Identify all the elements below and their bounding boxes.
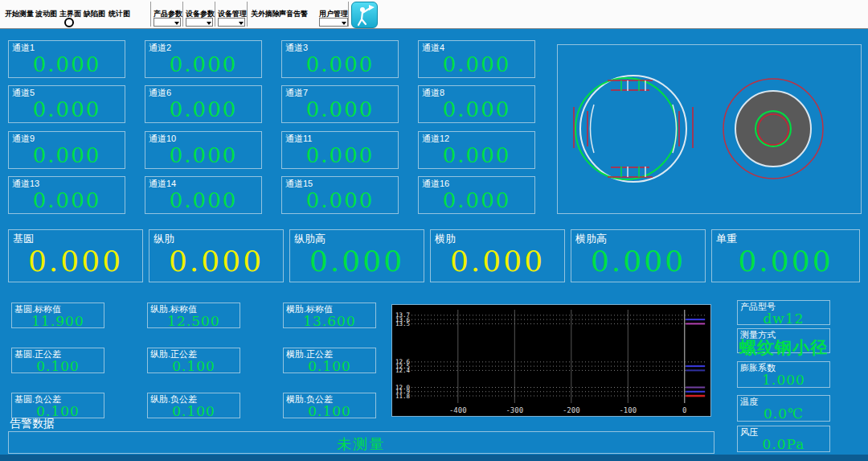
channel-11-display: 通道110.000 — [281, 131, 399, 169]
measure-value: 0.000 — [431, 245, 564, 278]
param-crossrib-minus-tol: 横肋.负公差0.100 — [283, 393, 376, 418]
param-value: 11.900 — [12, 313, 104, 329]
menu-wave-chart[interactable]: 波动图 — [35, 9, 57, 19]
toolbar-separator — [348, 2, 349, 27]
main-panel: 通道10.000 通道20.000 通道30.000 通道40.000 通道50… — [0, 28, 868, 461]
toolbar-separator — [215, 2, 215, 27]
param-value: 0.100 — [284, 358, 375, 374]
channel-value: 0.000 — [419, 188, 534, 212]
chevron-down-icon — [207, 22, 211, 25]
chevron-down-icon — [239, 22, 244, 25]
channel-value: 0.000 — [145, 97, 261, 121]
channel-value: 0.000 — [9, 97, 125, 121]
channel-12-display: 通道120.000 — [418, 131, 535, 169]
param-crossrib-nominal: 横肋.标称值13.600 — [283, 303, 376, 328]
param-longrib-plus-tol: 纵肋.正公差0.100 — [147, 348, 240, 373]
menu-sound-alarm[interactable]: 声音告警 — [279, 9, 308, 19]
measure-cross-rib-height: 横肋高0.000 — [571, 229, 706, 282]
param-value: 12.500 — [148, 313, 240, 329]
channel-value: 0.000 — [9, 143, 125, 167]
channel-1-display: 通道10.000 — [8, 40, 125, 78]
toolbar-separator — [247, 2, 248, 27]
channel-8-display: 通道80.000 — [418, 85, 535, 123]
product-params-dropdown[interactable] — [154, 18, 181, 27]
measure-value: 0.000 — [290, 245, 424, 278]
svg-text:11.8: 11.8 — [395, 393, 411, 400]
rebar-profile-diagram — [723, 79, 823, 179]
toolbar-separator — [150, 2, 151, 27]
measure-mode-field: 测量方式螺纹钢小径 — [737, 328, 830, 353]
param-base-nominal: 基圆.标称值11.900 — [11, 303, 104, 328]
param-base-minus-tol: 基圆.负公差0.100 — [11, 393, 104, 418]
param-value: 0.100 — [148, 403, 240, 419]
channel-16-display: 通道160.000 — [418, 176, 535, 214]
channel-value: 0.000 — [282, 97, 398, 121]
param-longrib-nominal: 纵肋.标称值12.500 — [147, 303, 240, 328]
param-value: 0.100 — [12, 358, 104, 374]
tolerance-trend-chart: -400-300-200-100013.713.613.512.612.512.… — [391, 304, 711, 417]
svg-text:-400: -400 — [449, 406, 467, 414]
svg-text:-300: -300 — [506, 406, 523, 414]
run-button[interactable] — [351, 2, 378, 28]
channel-value: 0.000 — [419, 52, 534, 76]
param-base-plus-tol: 基圆.正公差0.100 — [11, 348, 104, 373]
alarm-data-label: 告警数据 — [10, 417, 55, 431]
channel-value: 0.000 — [282, 52, 398, 76]
measure-cross-rib: 横肋0.000 — [430, 229, 565, 282]
measure-value: 0.000 — [712, 245, 859, 278]
param-value: 13.600 — [284, 313, 375, 329]
param-value: 0.0℃ — [738, 405, 829, 422]
channel-value: 0.000 — [9, 52, 125, 76]
channel-5-display: 通道50.000 — [8, 85, 125, 123]
channel-7-display: 通道70.000 — [281, 85, 399, 123]
channel-value: 0.000 — [145, 52, 261, 76]
channel-4-display: 通道40.000 — [418, 40, 535, 78]
param-value: 0.0Pa — [738, 436, 829, 452]
channel-value: 0.000 — [282, 188, 398, 212]
menu-stats-chart[interactable]: 统计图 — [108, 9, 130, 19]
measure-unit-weight: 单重0.000 — [711, 229, 860, 282]
diagram-panel — [557, 44, 862, 214]
measure-value: 0.000 — [571, 245, 705, 278]
channel-value: 0.000 — [9, 188, 125, 212]
channel-value: 0.000 — [282, 143, 398, 167]
menu-start-measure[interactable]: 开始测量 — [5, 9, 34, 19]
device-manage-dropdown[interactable] — [218, 18, 245, 27]
product-model-field: 产品型号dw12 — [737, 300, 830, 325]
person-with-flag-icon — [352, 2, 377, 27]
channel-value: 0.000 — [145, 143, 261, 167]
toolbar: 开始测量 波动图 主界面 缺陷图 统计图 产品参数 设备参数 设备管理 关外摘除… — [0, 0, 868, 29]
svg-text:12.4: 12.4 — [395, 367, 411, 374]
channel-15-display: 通道150.000 — [281, 176, 399, 214]
channel-10-display: 通道100.000 — [145, 131, 262, 169]
measure-base-circle: 基圆0.000 — [8, 229, 143, 282]
channel-3-display: 通道30.000 — [281, 40, 399, 78]
alarm-status-text: 未测量 — [9, 434, 714, 454]
toolbar-separator — [182, 2, 183, 27]
expansion-coeff-field: 膨胀系数1.000 — [737, 361, 830, 388]
channel-9-display: 通道90.000 — [8, 131, 125, 169]
param-value: 1.000 — [738, 372, 829, 388]
param-value: 螺纹钢小径 — [738, 336, 829, 359]
chevron-down-icon — [174, 22, 179, 25]
menu-defect-chart[interactable]: 缺陷图 — [84, 9, 105, 19]
alarm-status-box: 未测量 — [8, 431, 714, 454]
channel-6-display: 通道60.000 — [145, 85, 262, 123]
measure-value: 0.000 — [149, 245, 283, 278]
device-params-dropdown[interactable] — [186, 18, 213, 27]
svg-text:-100: -100 — [619, 406, 637, 414]
active-screen-indicator-icon — [64, 18, 74, 27]
channel-value: 0.000 — [145, 188, 261, 212]
menu-exclude-outside[interactable]: 关外摘除 — [251, 9, 280, 19]
param-value: 0.100 — [148, 358, 240, 374]
svg-text:-200: -200 — [563, 406, 580, 414]
param-value: dw12 — [738, 311, 829, 327]
svg-text:0: 0 — [682, 406, 686, 414]
svg-text:13.5: 13.5 — [395, 320, 410, 327]
user-manage-dropdown[interactable] — [319, 18, 348, 27]
param-crossrib-plus-tol: 横肋.正公差0.100 — [283, 348, 376, 373]
measure-long-rib: 纵肋0.000 — [149, 229, 284, 282]
channel-value: 0.000 — [419, 97, 534, 121]
param-longrib-minus-tol: 纵肋.负公差0.100 — [147, 393, 240, 418]
param-value: 0.100 — [284, 403, 375, 419]
